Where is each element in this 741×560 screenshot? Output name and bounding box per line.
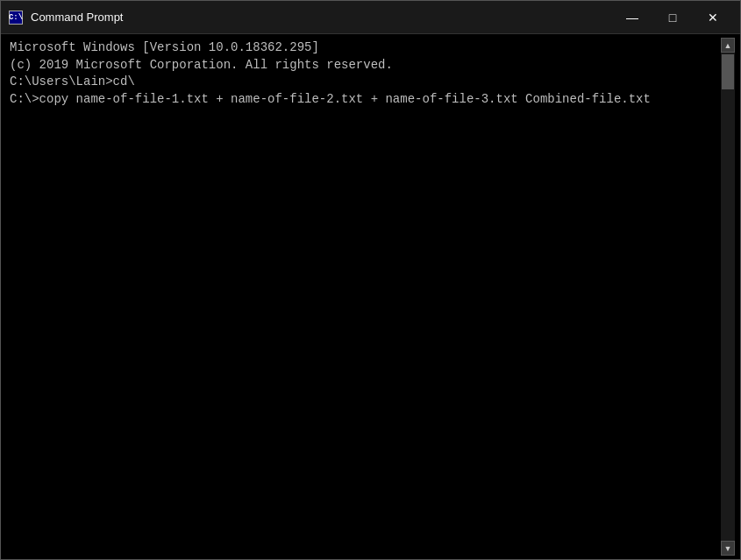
title-bar: C:\ Command Prompt — □ ✕	[1, 1, 740, 34]
terminal-content: Microsoft Windows [Version 10.0.18362.29…	[6, 38, 721, 556]
close-button[interactable]: ✕	[693, 1, 733, 34]
app-icon: C:\	[8, 10, 24, 25]
terminal-line-4: C:\Users\Lain>cd\	[10, 74, 717, 91]
terminal-line-2: (c) 2019 Microsoft Corporation. All righ…	[10, 57, 717, 74]
cmd-icon-graphic: C:\	[9, 11, 23, 25]
minimize-button[interactable]: —	[612, 1, 652, 34]
window-controls: — □ ✕	[612, 1, 733, 34]
scrollbar-track: ▲ ▼	[721, 38, 735, 556]
command-prompt-window: C:\ Command Prompt — □ ✕ Microsoft Windo…	[0, 0, 741, 560]
scrollbar-thumb[interactable]	[722, 54, 734, 89]
terminal-line-1: Microsoft Windows [Version 10.0.18362.29…	[10, 39, 717, 57]
scrollbar-up-button[interactable]: ▲	[721, 38, 735, 53]
maximize-button[interactable]: □	[652, 1, 693, 34]
terminal-line-6: C:\>copy name-of-file-1.txt + name-of-fi…	[10, 91, 717, 109]
scrollbar-down-button[interactable]: ▼	[721, 541, 735, 556]
window-title: Command Prompt	[31, 11, 612, 24]
terminal-body[interactable]: Microsoft Windows [Version 10.0.18362.29…	[1, 34, 740, 559]
